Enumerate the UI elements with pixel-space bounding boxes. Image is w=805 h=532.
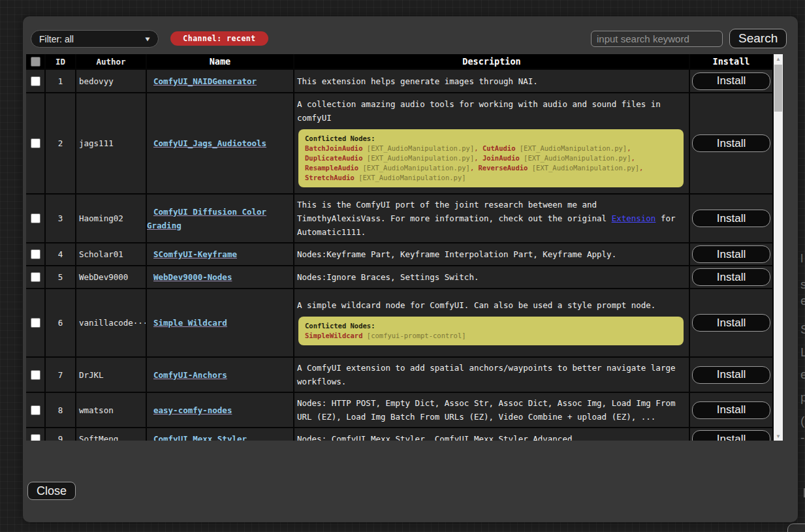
search-button[interactable]: Search [729, 29, 787, 48]
close-button[interactable]: Close [27, 482, 76, 500]
conflict-separator: , [627, 144, 631, 152]
row-checkbox[interactable] [31, 370, 40, 380]
description-link[interactable]: Extension [612, 213, 656, 223]
description-text: A simple wildcard node for ComfyUI. Can … [297, 300, 655, 310]
header-author: Author [76, 54, 146, 69]
install-button[interactable]: Install [692, 210, 770, 227]
background-menu-fragment: p [800, 390, 805, 405]
row-id: 8 [46, 393, 75, 427]
filter-dropdown[interactable]: Filter: all ▼ [31, 30, 159, 48]
scrollbar-thumb[interactable] [774, 65, 782, 112]
row-checkbox-cell [26, 70, 44, 92]
row-author: WebDev9000 [76, 266, 146, 288]
row-checkbox[interactable] [31, 318, 40, 328]
row-author: jags111 [76, 93, 146, 193]
row-name-link[interactable]: Simple Wildcard [147, 316, 227, 330]
header-description: Description [294, 54, 689, 69]
conflict-separator: , [474, 154, 482, 162]
conflict-ref: [EXT_AudioManipulation.py] [363, 164, 470, 172]
background-menu-fragment: S [800, 322, 805, 337]
row-checkbox-cell [26, 358, 44, 392]
row-description-cell: This extension helps generate images thr… [294, 70, 689, 92]
install-button[interactable]: Install [692, 268, 770, 286]
row-description: Nodes:Keyframe Part, Keyframe Interpolat… [297, 247, 689, 261]
description-text: This extension helps generate images thr… [297, 76, 538, 86]
description-text: Nodes: HTTP POST, Empty Dict, Assoc Str,… [297, 398, 675, 422]
row-author: Scholar01 [76, 243, 146, 265]
scrollbar-down-arrow-icon[interactable]: ▼ [774, 431, 783, 441]
row-name-link[interactable]: ComfyUI Diffusion Color Grading [147, 205, 293, 232]
row-install-cell: Install [690, 393, 772, 427]
row-name-link[interactable]: WebDev9000-Nodes [147, 270, 232, 284]
conflict-node: SimpleWildcard [305, 332, 363, 339]
row-checkbox[interactable] [31, 249, 40, 259]
row-name-link[interactable]: SComfyUI-Keyframe [147, 247, 237, 261]
search-input[interactable] [591, 31, 723, 47]
description-text: A ComfyUI extension to add spatial ancho… [297, 363, 675, 386]
table-row: 4Scholar01SComfyUI-KeyframeNodes:Keyfram… [26, 243, 772, 265]
row-id: 6 [46, 289, 75, 356]
row-name-link[interactable]: ComfyUI_Jags_Audiotools [147, 136, 266, 150]
row-id: 1 [46, 70, 75, 92]
install-button[interactable]: Install [692, 401, 770, 419]
table-row: 9SoftMengComfyUI_Mexx_StylerNodes: Comfy… [26, 428, 772, 441]
table-row: 8wmatsoneasy-comfy-nodesNodes: HTTP POST… [26, 393, 772, 427]
install-button[interactable]: Install [692, 366, 770, 384]
row-author: SoftMeng [76, 428, 146, 441]
row-name-link[interactable]: easy-comfy-nodes [147, 403, 232, 417]
conflict-separator: , [474, 144, 482, 152]
install-button[interactable]: Install [692, 314, 770, 332]
select-all-checkbox[interactable] [31, 57, 40, 67]
row-name-cell: WebDev9000-Nodes [147, 266, 293, 288]
row-checkbox[interactable] [31, 405, 40, 415]
row-name-link[interactable]: ComfyUI_Mexx_Styler [147, 432, 247, 441]
install-button[interactable]: Install [692, 72, 770, 90]
row-description-cell: Nodes: ComfyUI Mexx Styler, ComfyUI Mexx… [294, 428, 689, 441]
custom-nodes-table-body: 1bedovyyComfyUI_NAIDGeneratorThis extens… [26, 70, 772, 441]
table-scrollbar[interactable]: ▲ ▼ [774, 54, 783, 441]
row-checkbox[interactable] [31, 272, 40, 282]
row-id: 9 [46, 428, 75, 441]
conflict-title: Conflicted Nodes: [305, 321, 677, 331]
background-menu-fragment: e [800, 294, 805, 308]
row-checkbox[interactable] [31, 138, 40, 148]
row-name-cell: ComfyUI Diffusion Color Grading [147, 195, 293, 242]
install-button[interactable]: Install [692, 134, 770, 152]
row-checkbox-cell [26, 266, 44, 288]
row-name-link[interactable]: ComfyUI-Anchors [147, 368, 227, 382]
row-checkbox[interactable] [31, 213, 40, 223]
background-menu-fragment: l [800, 251, 803, 266]
row-description: A ComfyUI extension to add spatial ancho… [297, 361, 689, 388]
row-description-cell: This is the ComfyUI port of the joint re… [294, 195, 689, 242]
row-name-cell: easy-comfy-nodes [147, 393, 293, 427]
row-name-link[interactable]: ComfyUI_NAIDGenerator [147, 74, 257, 88]
row-description: Nodes: HTTP POST, Empty Dict, Assoc Str,… [297, 396, 689, 424]
background-menu-fragment: L [800, 345, 805, 360]
row-checkbox[interactable] [31, 434, 40, 441]
conflict-ref: [EXT_AudioManipulation.py] [524, 154, 631, 162]
conflict-node: JoinAudio [482, 154, 520, 162]
row-name-cell: SComfyUI-Keyframe [147, 243, 293, 265]
row-name-cell: ComfyUI_Mexx_Styler [147, 428, 293, 441]
install-button[interactable]: Install [692, 245, 770, 263]
background-menu-fragment: e [800, 368, 805, 382]
install-button[interactable]: Install [692, 430, 770, 441]
custom-nodes-dialog: Filter: all ▼ Channel: recent Search ID … [23, 16, 798, 522]
conflict-box: Conflicted Nodes:SimpleWildcard [comfyui… [298, 317, 684, 345]
table-row: 5WebDev9000WebDev9000-NodesNodes:Ignore … [26, 266, 772, 288]
row-name-cell: Simple Wildcard [147, 289, 293, 356]
table-row: 6vanillacode···Simple WildcardA simple w… [26, 289, 772, 356]
row-description-cell: A collection amazing audio tools for wor… [294, 93, 689, 193]
row-checkbox[interactable] [31, 76, 40, 86]
row-description: Nodes: ComfyUI Mexx Styler, ComfyUI Mexx… [297, 432, 689, 441]
row-install-cell: Install [690, 289, 772, 356]
row-install-cell: Install [690, 428, 772, 441]
description-text: This is the ComfyUI port of the joint re… [297, 200, 612, 223]
row-name-cell: ComfyUI_Jags_Audiotools [147, 93, 293, 193]
row-install-cell: Install [690, 266, 772, 288]
scrollbar-up-arrow-icon[interactable]: ▲ [774, 54, 783, 63]
conflict-node: CutAudio [482, 144, 516, 152]
channel-badge[interactable]: Channel: recent [170, 31, 268, 46]
table-header-row: ID Author Name Description Install [26, 54, 772, 69]
row-install-cell: Install [690, 358, 772, 392]
